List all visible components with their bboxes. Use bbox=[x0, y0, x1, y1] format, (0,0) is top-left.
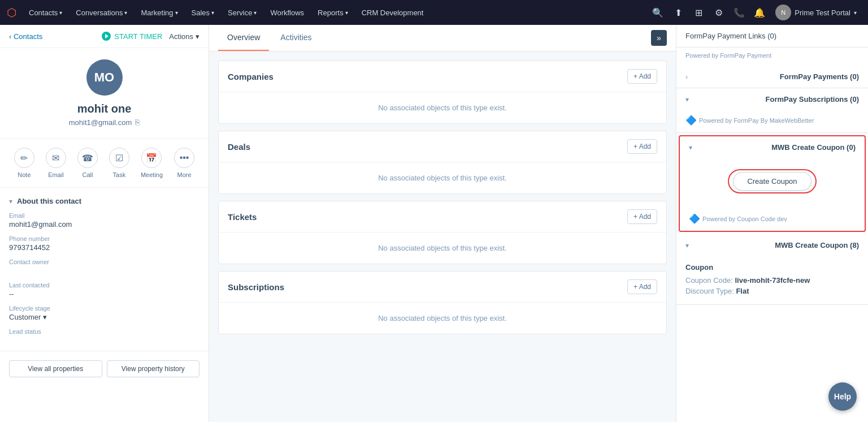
calls-icon[interactable]: 📞 bbox=[730, 3, 748, 21]
more-icon: ••• bbox=[174, 148, 194, 168]
email-action[interactable]: ✉ Email bbox=[46, 148, 66, 178]
last-contacted-field-group: Last contacted -- bbox=[9, 282, 199, 298]
top-navigation: ⬡ Contacts ▾ Conversations ▾ Marketing ▾… bbox=[0, 0, 868, 25]
coupon-logo-icon: 🔷 bbox=[689, 213, 700, 224]
tab-activities[interactable]: Activities bbox=[271, 25, 320, 51]
nav-marketing[interactable]: Marketing ▾ bbox=[135, 5, 183, 20]
view-property-history-button[interactable]: View property history bbox=[107, 360, 200, 377]
contacts-chevron: ▾ bbox=[59, 10, 62, 16]
nav-reports[interactable]: Reports ▾ bbox=[312, 5, 354, 20]
formpay-links-item[interactable]: FormPay Payment Links (0) bbox=[676, 25, 868, 48]
nav-sales[interactable]: Sales ▾ bbox=[186, 5, 220, 20]
more-action[interactable]: ••• More bbox=[174, 148, 194, 178]
contact-avatar: MO bbox=[86, 59, 123, 96]
mwb-coupon-8-collapse-icon: ▾ bbox=[685, 242, 689, 249]
timer-play-icon bbox=[105, 34, 108, 38]
notifications-icon[interactable]: 🔔 bbox=[750, 3, 769, 21]
meeting-action[interactable]: 📅 Meeting bbox=[141, 148, 163, 178]
mwb-create-coupon-header[interactable]: ▾ MWB Create Coupon (0) bbox=[680, 136, 865, 158]
timer-icon bbox=[102, 32, 111, 41]
lifecycle-field-group: Lifecycle stage Customer ▾ bbox=[9, 305, 199, 321]
formpay-payments-header[interactable]: › FormPay Payments (0) bbox=[676, 66, 868, 88]
center-content: Companies + Add No associated objects of… bbox=[209, 51, 676, 422]
email-field-group: Email mohit1@gmail.com bbox=[9, 212, 199, 229]
mwb-create-coupon-8-header[interactable]: ▾ MWB Create Coupon (8) bbox=[676, 234, 868, 256]
deals-section: Deals + Add No associated objects of thi… bbox=[218, 131, 667, 194]
nav-workflows[interactable]: Workflows bbox=[264, 5, 310, 20]
create-coupon-wrapper: Create Coupon bbox=[689, 167, 856, 200]
left-header: ‹ Contacts START TIMER Actions ▾ bbox=[0, 25, 209, 48]
discount-type-row: Discount Type: Flat bbox=[685, 287, 859, 295]
note-action[interactable]: ✏ Note bbox=[14, 148, 34, 178]
companies-header: Companies + Add bbox=[219, 61, 666, 92]
companies-section: Companies + Add No associated objects of… bbox=[218, 61, 667, 124]
formpay-subscriptions-section: ▾ FormPay Subscriptions (0) 🔷 Powered by… bbox=[676, 88, 868, 133]
nav-crm-dev[interactable]: CRM Development bbox=[356, 5, 429, 20]
coupon-code-row: Coupon Code: live-mohit-73fcfe-new bbox=[685, 276, 859, 285]
mwb-coupon-collapse-icon: ▾ bbox=[689, 144, 692, 152]
left-panel: ‹ Contacts START TIMER Actions ▾ MO moh bbox=[0, 25, 209, 422]
tickets-add-button[interactable]: + Add bbox=[627, 209, 657, 224]
nav-contacts[interactable]: Contacts ▾ bbox=[23, 5, 68, 20]
call-action[interactable]: ☎ Call bbox=[77, 148, 98, 178]
header-actions: START TIMER Actions ▾ bbox=[102, 32, 199, 41]
tickets-header: Tickets + Add bbox=[219, 201, 666, 232]
about-chevron: ▾ bbox=[9, 197, 12, 205]
expand-tabs-button[interactable]: » bbox=[651, 30, 667, 46]
companies-empty: No associated objects of this type exist… bbox=[219, 92, 666, 123]
companies-add-button[interactable]: + Add bbox=[627, 69, 657, 84]
tickets-empty: No associated objects of this type exist… bbox=[219, 232, 666, 264]
phone-field-group: Phone number 9793714452 bbox=[9, 235, 199, 252]
deals-add-button[interactable]: + Add bbox=[627, 139, 657, 154]
sales-chevron: ▾ bbox=[211, 10, 214, 16]
note-icon: ✏ bbox=[14, 148, 34, 168]
start-timer-button[interactable]: START TIMER bbox=[102, 32, 162, 41]
hubspot-logo[interactable]: ⬡ bbox=[7, 6, 16, 19]
nav-conversations[interactable]: Conversations ▾ bbox=[70, 5, 133, 20]
tab-overview[interactable]: Overview bbox=[218, 25, 269, 51]
nav-service[interactable]: Service ▾ bbox=[222, 5, 262, 20]
coupon-code-powered: 🔷 Powered by Coupon Code dev bbox=[680, 209, 865, 231]
tickets-section: Tickets + Add No associated objects of t… bbox=[218, 201, 667, 264]
formpay-subscriptions-header[interactable]: ▾ FormPay Subscriptions (0) bbox=[676, 88, 868, 110]
deals-empty: No associated objects of this type exist… bbox=[219, 162, 666, 193]
copy-email-icon[interactable]: ⎘ bbox=[135, 118, 140, 127]
mwb-create-coupon-8-section: ▾ MWB Create Coupon (8) Coupon Coupon Co… bbox=[676, 234, 868, 305]
mwb-coupon-content: Create Coupon bbox=[680, 158, 865, 209]
task-action[interactable]: ☑ Task bbox=[109, 148, 129, 178]
mwb-create-coupon-section: ▾ MWB Create Coupon (0) Create Coupon 🔷 … bbox=[679, 135, 866, 232]
deals-header: Deals + Add bbox=[219, 131, 666, 162]
formpay-payments-expand-icon: › bbox=[685, 73, 688, 81]
actions-button[interactable]: Actions ▾ bbox=[169, 32, 199, 41]
email-icon: ✉ bbox=[46, 148, 66, 168]
subscriptions-empty: No associated objects of this type exist… bbox=[219, 303, 666, 334]
upgrade-icon[interactable]: ⬆ bbox=[669, 3, 687, 21]
contacts-breadcrumb[interactable]: ‹ Contacts bbox=[9, 32, 42, 41]
user-avatar: N bbox=[775, 5, 791, 20]
marketplace-icon[interactable]: ⊞ bbox=[689, 3, 708, 21]
call-icon: ☎ bbox=[77, 148, 98, 168]
subscriptions-header: Subscriptions + Add bbox=[219, 272, 666, 303]
contact-email: mohit1@gmail.com bbox=[69, 118, 132, 127]
view-all-properties-button[interactable]: View all properties bbox=[9, 360, 102, 377]
reports-chevron: ▾ bbox=[345, 10, 348, 16]
about-contact-section: ▾ About this contact Email mohit1@gmail.… bbox=[0, 188, 209, 351]
create-coupon-button[interactable]: Create Coupon bbox=[733, 172, 811, 191]
view-properties-row: View all properties View property histor… bbox=[0, 351, 209, 386]
help-button[interactable]: Help bbox=[828, 382, 857, 411]
task-icon: ☑ bbox=[109, 148, 129, 168]
lifecycle-row: Customer ▾ bbox=[9, 313, 199, 321]
owner-field-group: Contact owner bbox=[9, 259, 199, 275]
actions-chevron: ▾ bbox=[196, 32, 199, 41]
formpay-subscriptions-powered: 🔷 Powered by FormPay By MakeWebBetter bbox=[676, 110, 868, 132]
tabs-bar: Overview Activities » bbox=[209, 25, 676, 51]
search-icon[interactable]: 🔍 bbox=[649, 3, 667, 21]
settings-icon[interactable]: ⚙ bbox=[710, 3, 728, 21]
about-section-header[interactable]: ▾ About this contact bbox=[9, 197, 199, 205]
meeting-icon: 📅 bbox=[141, 148, 162, 168]
lead-status-field-group: Lead status bbox=[9, 328, 199, 335]
user-menu[interactable]: N Prime Test Portal ▾ bbox=[771, 2, 861, 23]
formpay-payment-powered: Powered by FormPay Payment bbox=[676, 48, 868, 66]
lifecycle-dropdown[interactable]: Customer ▾ bbox=[9, 313, 47, 321]
subscriptions-add-button[interactable]: + Add bbox=[627, 279, 657, 294]
